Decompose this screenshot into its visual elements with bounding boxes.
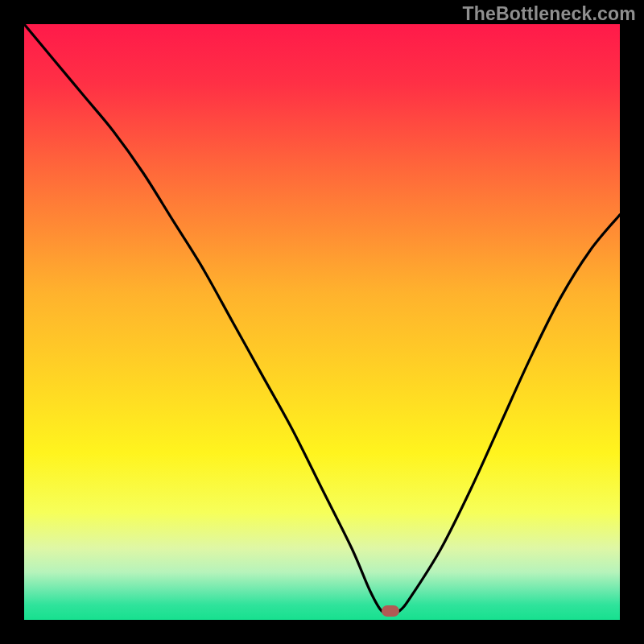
watermark-label: TheBottleneck.com (462, 3, 636, 25)
bottleneck-curve (24, 24, 620, 620)
chart-frame: TheBottleneck.com (0, 0, 644, 644)
optimal-point-marker (382, 605, 399, 617)
bottleneck-curve-path (24, 24, 620, 613)
plot-area (24, 24, 620, 620)
